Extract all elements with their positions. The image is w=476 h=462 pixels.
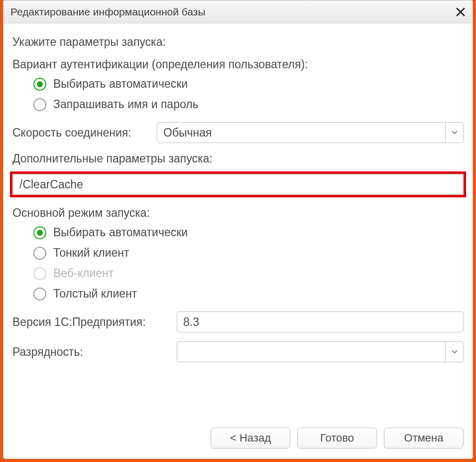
radio-icon: [33, 288, 46, 301]
radio-group-auth: Выбирать автоматически Запрашивать имя и…: [33, 77, 464, 111]
dialog-footer: < Назад Готово Отмена: [3, 424, 473, 459]
radio-icon: [33, 226, 46, 239]
dropdown-button[interactable]: [445, 342, 463, 362]
row-connection-speed: Скорость соединения:: [12, 122, 464, 143]
input-version[interactable]: [177, 311, 464, 332]
label-connection-speed: Скорость соединения:: [12, 126, 157, 140]
dropdown-button[interactable]: [445, 123, 463, 143]
radio-label: Толстый клиент: [53, 287, 137, 301]
label-launch-mode: Основной режим запуска:: [12, 206, 464, 220]
dialog-title: Редактирование информационной базы: [10, 6, 454, 18]
radio-group-launch-mode: Выбирать автоматически Тонкий клиент Веб…: [33, 226, 464, 301]
combo-bitness[interactable]: [177, 341, 464, 362]
highlighted-extra-params: [10, 171, 466, 197]
label-bitness: Разрядность:: [12, 345, 177, 359]
radio-icon: [33, 98, 46, 111]
titlebar: Редактирование информационной базы: [3, 0, 473, 23]
finish-button[interactable]: Готово: [297, 428, 377, 449]
radio-label: Веб-клиент: [53, 267, 114, 280]
input-extra-params[interactable]: [13, 174, 463, 194]
radio-auth-prompt[interactable]: Запрашивать имя и пароль: [33, 98, 464, 111]
radio-label: Выбирать автоматически: [53, 77, 188, 91]
heading-startup-params: Укажите параметры запуска:: [12, 35, 464, 49]
input-connection-speed[interactable]: [157, 123, 445, 143]
label-auth-variant: Вариант аутентификации (определения поль…: [12, 58, 464, 71]
input-bitness[interactable]: [177, 342, 445, 362]
radio-mode-auto[interactable]: Выбирать автоматически: [33, 226, 464, 239]
combo-connection-speed[interactable]: [157, 122, 464, 143]
dialog-edit-infobase: Редактирование информационной базы Укажи…: [3, 0, 473, 459]
radio-label: Запрашивать имя и пароль: [53, 98, 199, 111]
radio-auth-auto[interactable]: Выбирать автоматически: [33, 77, 464, 91]
row-version: Версия 1С:Предприятия:: [12, 311, 464, 332]
row-bitness: Разрядность:: [12, 341, 464, 362]
radio-mode-thin[interactable]: Тонкий клиент: [33, 246, 464, 260]
radio-label: Тонкий клиент: [53, 246, 129, 260]
close-icon: [456, 7, 466, 17]
cancel-button[interactable]: Отмена: [384, 428, 464, 449]
radio-mode-web: Веб-клиент: [33, 267, 464, 280]
radio-icon: [33, 247, 46, 260]
chevron-down-icon: [452, 131, 458, 135]
label-extra-params: Дополнительные параметры запуска:: [12, 152, 464, 165]
chevron-down-icon: [452, 350, 458, 354]
dialog-content: Укажите параметры запуска: Вариант аутен…: [3, 23, 473, 424]
back-button[interactable]: < Назад: [211, 428, 290, 449]
label-version: Версия 1С:Предприятия:: [12, 315, 177, 329]
radio-icon: [33, 78, 46, 91]
radio-mode-thick[interactable]: Толстый клиент: [33, 287, 464, 301]
close-button[interactable]: [454, 5, 468, 19]
radio-icon: [33, 267, 46, 280]
radio-label: Выбирать автоматически: [53, 226, 188, 239]
